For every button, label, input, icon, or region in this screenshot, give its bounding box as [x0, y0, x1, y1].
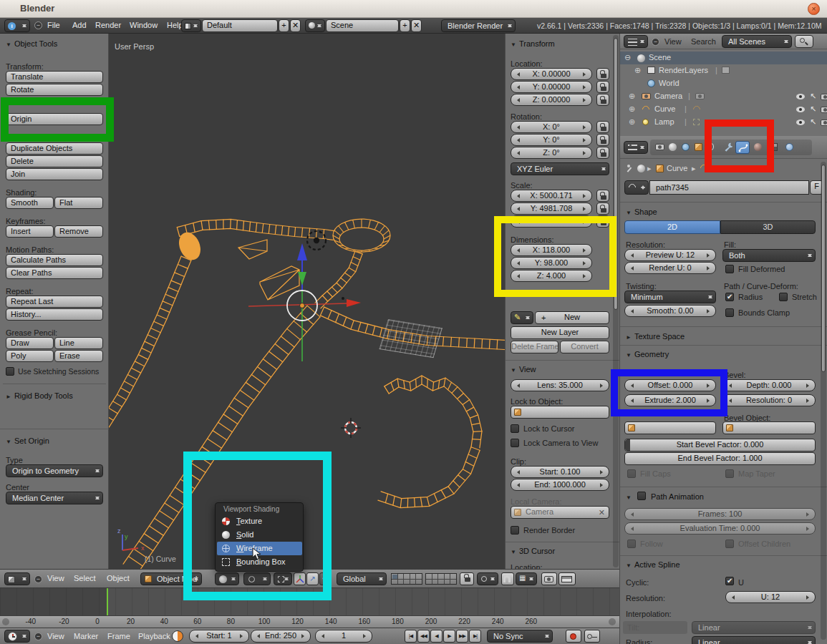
gp-new-layer-button[interactable]: New Layer: [511, 326, 609, 339]
taper-object-field[interactable]: [624, 421, 716, 434]
scale-z-field[interactable]: [511, 215, 592, 228]
repeat-last-button[interactable]: Repeat Last: [6, 296, 103, 308]
smooth-button[interactable]: Smooth: [6, 197, 54, 209]
gp-draw-button[interactable]: Draw: [6, 337, 54, 349]
editor-type-button-info[interactable]: i: [4, 19, 30, 32]
tab-scene[interactable]: [667, 141, 680, 154]
renderability-camera-icon[interactable]: [821, 94, 827, 100]
selectability-pointer-icon[interactable]: ↖: [810, 92, 816, 101]
x-axis-arrow[interactable]: [347, 299, 361, 307]
menu-view[interactable]: View: [664, 37, 682, 46]
cyclic-u-checkbox[interactable]: [725, 577, 734, 585]
lock-to-object-field[interactable]: [511, 406, 609, 419]
manipulator-toggle-button[interactable]: [274, 572, 292, 585]
panel-set-origin[interactable]: ▼Set Origin: [6, 436, 49, 445]
editor-type-button-3dview[interactable]: [4, 572, 30, 585]
expand-icon[interactable]: ⊕: [634, 66, 641, 75]
rotation-x-field[interactable]: X: 0°: [511, 121, 592, 133]
renderability-camera-icon[interactable]: [821, 119, 827, 126]
calculate-paths-button[interactable]: Calculate Paths: [6, 254, 103, 266]
panel-view[interactable]: ▼View: [511, 365, 536, 374]
snap-toggle-button[interactable]: [501, 572, 514, 585]
z-axis-arrow[interactable]: [297, 243, 307, 260]
screen-layout-icon-button[interactable]: [181, 19, 201, 32]
visibility-eye-icon[interactable]: [796, 107, 805, 112]
panel-geometry[interactable]: ▼Geometry: [626, 350, 669, 358]
tab-object[interactable]: [692, 141, 705, 154]
active-layer-cell[interactable]: [392, 575, 397, 579]
play-reverse-button[interactable]: ◀: [430, 630, 442, 643]
tilt-interpolation-dropdown[interactable]: Linear: [692, 621, 816, 634]
center-dropdown[interactable]: Median Center: [6, 492, 103, 504]
panel-3d-cursor[interactable]: ▼3D Cursor: [511, 547, 555, 555]
dimension-z-field[interactable]: Z: 4.000: [511, 270, 592, 282]
editor-type-button-timeline[interactable]: [4, 630, 30, 643]
rotation-z-field[interactable]: Z: 0°: [511, 147, 592, 159]
lock-scale-y-button[interactable]: [596, 203, 609, 215]
map-taper-checkbox[interactable]: [725, 469, 734, 478]
bevel-object-field[interactable]: [722, 421, 816, 434]
pivot-point-dropdown[interactable]: [243, 572, 271, 585]
bounds-clamp-checkbox[interactable]: [725, 308, 734, 317]
bevel-resolution-field[interactable]: Resolution: 0: [722, 394, 816, 406]
scrollbar-thumb[interactable]: [821, 165, 826, 372]
clip-start-field[interactable]: Start: 0.100: [511, 466, 609, 478]
twisting-dropdown[interactable]: Minimum: [624, 291, 716, 303]
panel-active-spline[interactable]: ▼Active Spline: [626, 560, 680, 569]
outliner-row-camera[interactable]: ⊕ Camera | ↖: [620, 90, 827, 103]
clear-paths-button[interactable]: Clear Paths: [6, 267, 103, 279]
dimension-y-field[interactable]: Y: 98.000: [511, 257, 592, 269]
transform-manipulator[interactable]: [248, 243, 361, 361]
flat-button[interactable]: Flat: [54, 197, 103, 209]
frames-field[interactable]: Frames: 100: [624, 508, 816, 520]
delete-scene-button[interactable]: ✕: [411, 19, 422, 32]
lock-to-cursor-checkbox[interactable]: [511, 424, 519, 433]
translate-button[interactable]: Translate: [6, 71, 103, 83]
stretch-checkbox[interactable]: [779, 293, 788, 301]
current-frame-field[interactable]: 1: [315, 630, 372, 643]
collapse-menus-icon[interactable]: −: [34, 575, 42, 583]
lock-location-z-button[interactable]: [596, 94, 609, 106]
sketching-sessions-checkbox[interactable]: [6, 367, 14, 376]
twist-smooth-field[interactable]: Smooth: 0.00: [624, 305, 716, 317]
display-filter-dropdown[interactable]: All Scenes: [722, 35, 792, 48]
duplicate-objects-button[interactable]: Duplicate Objects: [6, 142, 103, 155]
x-icon[interactable]: ✕: [599, 507, 605, 517]
rotation-y-field[interactable]: Y: 0°: [511, 134, 592, 146]
gp-new-button[interactable]: +New: [535, 311, 609, 324]
tab-render[interactable]: [654, 141, 667, 154]
location-z-field[interactable]: Z: 0.00000: [511, 94, 592, 106]
jump-to-end-button[interactable]: ▶|: [469, 630, 481, 643]
tab-modifiers[interactable]: [722, 141, 735, 154]
lock-layers-button[interactable]: [460, 572, 474, 585]
offset-children-checkbox[interactable]: [725, 540, 734, 548]
collapse-icon[interactable]: ⊖: [624, 53, 631, 62]
shape-3d-button[interactable]: 3D: [720, 220, 816, 234]
render-opengl-button[interactable]: [541, 572, 557, 585]
dimension-x-field[interactable]: X: 118.000: [511, 244, 592, 256]
outliner-item-label[interactable]: Scene: [649, 53, 671, 62]
scene-icon-button[interactable]: [305, 19, 325, 32]
proportional-edit-dropdown[interactable]: [477, 572, 498, 585]
panel-object-tools[interactable]: ▼Object Tools: [6, 39, 57, 48]
render-border-checkbox[interactable]: [511, 526, 519, 535]
visibility-eye-icon[interactable]: [796, 119, 805, 125]
follow-checkbox[interactable]: [627, 540, 636, 548]
manipulator-rotate-button[interactable]: ↗: [306, 572, 319, 585]
lock-rotation-x-button[interactable]: [596, 121, 609, 133]
history-button[interactable]: History...: [6, 308, 103, 321]
panel-path-animation[interactable]: ▼: [626, 492, 634, 501]
renderability-camera-icon[interactable]: [821, 107, 827, 113]
screen-layout-field[interactable]: Default: [202, 19, 278, 32]
start-bevel-factor-slider[interactable]: Start Bevel Factor: 0.000: [624, 439, 816, 452]
outliner-item-label[interactable]: World: [659, 79, 680, 87]
gp-line-button[interactable]: Line: [54, 337, 103, 349]
collapse-menus-icon[interactable]: −: [34, 21, 42, 29]
bevel-depth-field[interactable]: Depth: 0.000: [722, 379, 816, 391]
frame-end-field[interactable]: End: 250: [251, 630, 311, 643]
delete-button[interactable]: Delete: [6, 155, 103, 167]
menu-window[interactable]: Window: [130, 21, 158, 29]
offset-field[interactable]: Offset: 0.000: [624, 379, 716, 391]
spline-resolution-u-field[interactable]: U: 12: [725, 591, 816, 603]
scene-name-field[interactable]: Scene: [326, 19, 399, 32]
